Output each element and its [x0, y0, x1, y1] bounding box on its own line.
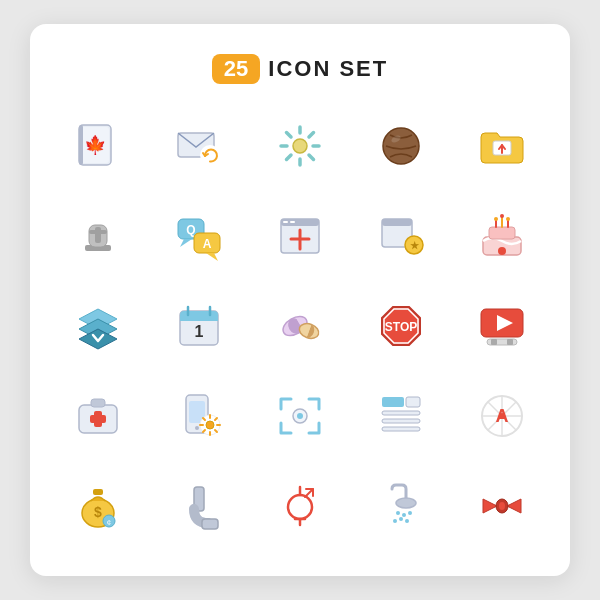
icon-grid: 🍁 — [50, 106, 550, 546]
svg-rect-73 — [91, 399, 105, 407]
svg-text:¢: ¢ — [106, 518, 110, 527]
svg-point-45 — [494, 217, 498, 221]
money-bag-icon: $ ¢ — [66, 474, 130, 538]
icon-cell-gender[interactable] — [252, 466, 347, 546]
list-icon — [369, 384, 433, 448]
font-icon: A — [470, 384, 534, 448]
svg-text:STOP: STOP — [385, 320, 417, 334]
svg-line-87 — [215, 418, 217, 420]
video-play-icon — [470, 294, 534, 358]
svg-text:🍁: 🍁 — [84, 134, 107, 156]
icon-cell-first-aid[interactable] — [50, 376, 145, 456]
svg-point-90 — [297, 413, 303, 419]
svg-rect-94 — [382, 419, 420, 423]
ball-icon — [369, 114, 433, 178]
svg-point-122 — [405, 519, 409, 523]
svg-point-123 — [393, 519, 397, 523]
folder-upload-icon — [470, 114, 534, 178]
svg-line-88 — [203, 430, 205, 432]
book-icon: 🍁 — [66, 114, 130, 178]
svg-rect-54 — [180, 317, 218, 321]
icon-cell-pipe[interactable] — [151, 466, 246, 546]
svg-rect-92 — [406, 397, 420, 407]
icon-cell-video-play[interactable] — [455, 286, 550, 366]
svg-point-80 — [206, 421, 214, 429]
svg-line-86 — [215, 430, 217, 432]
header-badge: 25 ICON SET — [212, 54, 388, 84]
settings-gear-icon — [268, 114, 332, 178]
svg-rect-109 — [202, 519, 218, 529]
svg-point-46 — [500, 214, 504, 218]
mobile-settings-icon — [167, 384, 231, 448]
svg-rect-70 — [491, 339, 497, 345]
svg-rect-37 — [382, 219, 412, 226]
svg-point-102 — [499, 413, 505, 419]
svg-line-116 — [305, 490, 312, 497]
svg-point-120 — [408, 511, 412, 515]
svg-rect-3 — [79, 125, 83, 165]
svg-point-125 — [499, 502, 505, 510]
icon-cell-ball[interactable] — [354, 106, 449, 186]
svg-rect-95 — [382, 427, 420, 431]
icon-cell-calendar[interactable]: 1 — [151, 286, 246, 366]
svg-rect-93 — [382, 411, 420, 415]
mail-refresh-icon — [167, 114, 231, 178]
cross-window-icon — [268, 204, 332, 268]
svg-rect-23 — [89, 230, 107, 234]
icon-cell-mobile-settings[interactable] — [151, 376, 246, 456]
layers-icon — [66, 294, 130, 358]
icon-cell-list[interactable] — [354, 376, 449, 456]
svg-point-117 — [396, 498, 416, 508]
icon-cell-book[interactable]: 🍁 — [50, 106, 145, 186]
icon-set-card: 25 ICON SET 🍁 — [30, 24, 570, 576]
icon-cell-layers[interactable] — [50, 286, 145, 366]
svg-rect-71 — [507, 339, 513, 345]
svg-text:Q: Q — [186, 223, 195, 237]
svg-point-78 — [195, 426, 199, 430]
pipe-icon — [167, 474, 231, 538]
icon-cell-cake[interactable] — [455, 196, 550, 276]
icon-cell-font[interactable]: A — [455, 376, 550, 456]
icon-cell-shower[interactable] — [354, 466, 449, 546]
svg-rect-91 — [382, 397, 404, 407]
icon-cell-folder-upload[interactable] — [455, 106, 550, 186]
svg-rect-104 — [93, 489, 103, 495]
icon-cell-cross-window[interactable] — [252, 196, 347, 276]
icon-cell-settings[interactable] — [252, 106, 347, 186]
stop-sign-icon: STOP — [369, 294, 433, 358]
svg-marker-25 — [180, 239, 192, 247]
pills-icon — [268, 294, 332, 358]
svg-rect-22 — [95, 227, 101, 243]
icon-cell-grave[interactable] — [50, 196, 145, 276]
svg-rect-75 — [90, 415, 106, 423]
icon-cell-stop-sign[interactable]: STOP — [354, 286, 449, 366]
cake-icon — [470, 204, 534, 268]
icon-cell-bow-tie[interactable] — [455, 466, 550, 546]
first-aid-icon — [66, 384, 130, 448]
icon-cell-scan[interactable] — [252, 376, 347, 456]
medal-box-icon: ★ — [369, 204, 433, 268]
svg-text:1: 1 — [194, 323, 203, 340]
badge-number: 25 — [212, 54, 260, 84]
shower-icon — [369, 474, 433, 538]
icon-cell-mail-refresh[interactable] — [151, 106, 246, 186]
icon-cell-medal-box[interactable]: ★ — [354, 196, 449, 276]
svg-point-121 — [399, 517, 403, 521]
svg-rect-41 — [489, 227, 515, 239]
badge-text: ICON SET — [268, 56, 388, 82]
svg-point-48 — [498, 247, 506, 255]
svg-point-110 — [288, 495, 312, 519]
icon-cell-qa-chat[interactable]: Q A — [151, 196, 246, 276]
svg-line-12 — [309, 155, 314, 160]
svg-point-47 — [506, 217, 510, 221]
svg-point-6 — [293, 139, 307, 153]
icon-cell-pills[interactable] — [252, 286, 347, 366]
svg-line-14 — [286, 155, 291, 160]
gender-icon — [268, 474, 332, 538]
svg-point-119 — [402, 513, 406, 517]
icon-cell-money-bag[interactable]: $ ¢ — [50, 466, 145, 546]
svg-text:★: ★ — [410, 240, 420, 251]
svg-line-11 — [286, 133, 291, 138]
svg-point-118 — [396, 511, 400, 515]
qa-chat-icon: Q A — [167, 204, 231, 268]
